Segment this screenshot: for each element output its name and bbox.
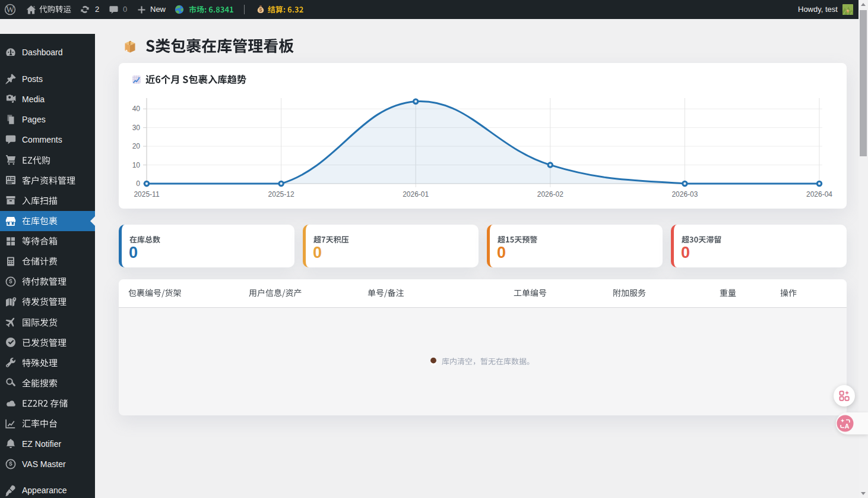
svg-text:10: 10 <box>132 161 141 169</box>
svg-text:W: W <box>6 5 14 14</box>
svg-text:30: 30 <box>132 124 141 132</box>
svg-text:A: A <box>845 423 850 430</box>
svg-text:2025-11: 2025-11 <box>134 190 159 198</box>
svg-text:2026-03: 2026-03 <box>671 190 698 198</box>
svg-text:2026-04: 2026-04 <box>806 190 832 198</box>
svg-text:0: 0 <box>136 179 140 188</box>
svg-text:2026-01: 2026-01 <box>403 190 429 198</box>
svg-text:2026-02: 2026-02 <box>537 190 563 198</box>
svg-text:20: 20 <box>132 142 141 150</box>
svg-text:40: 40 <box>132 105 141 113</box>
svg-text:2025-12: 2025-12 <box>268 190 294 198</box>
